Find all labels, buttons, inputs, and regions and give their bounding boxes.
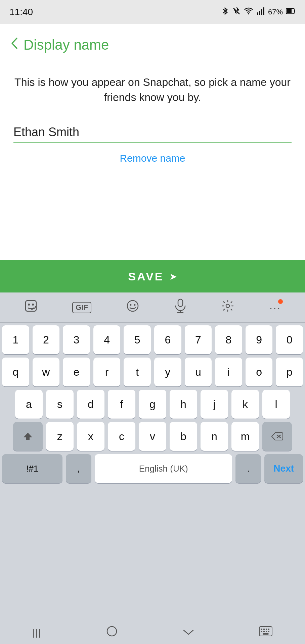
svg-rect-26 xyxy=(266,631,267,632)
name-input[interactable] xyxy=(13,125,292,139)
svg-rect-28 xyxy=(263,633,269,635)
key-5[interactable]: 5 xyxy=(124,325,151,354)
next-key[interactable]: Next xyxy=(264,454,303,483)
key-0[interactable]: 0 xyxy=(276,325,303,354)
svg-rect-2 xyxy=(259,11,260,15)
save-button[interactable]: SAVE ➤ xyxy=(0,260,305,292)
key-b[interactable]: b xyxy=(170,422,197,451)
key-i[interactable]: i xyxy=(215,358,242,386)
svg-point-11 xyxy=(127,301,138,311)
comma-key[interactable]: , xyxy=(66,454,91,483)
svg-rect-24 xyxy=(261,631,262,632)
key-9[interactable]: 9 xyxy=(246,325,273,354)
key-y[interactable]: y xyxy=(154,358,181,386)
key-3[interactable]: 3 xyxy=(63,325,90,354)
asdf-row: a s d f g h j k l xyxy=(2,390,303,419)
key-r[interactable]: r xyxy=(93,358,121,386)
key-o[interactable]: o xyxy=(246,358,273,386)
keyboard-nav-icon[interactable] xyxy=(259,626,273,639)
svg-rect-22 xyxy=(266,629,267,630)
key-2[interactable]: 2 xyxy=(33,325,60,354)
key-v[interactable]: v xyxy=(139,422,166,451)
svg-rect-25 xyxy=(263,631,265,632)
svg-rect-1 xyxy=(257,12,258,15)
mic-icon[interactable] xyxy=(174,299,186,316)
svg-point-10 xyxy=(32,304,34,306)
mute-icon xyxy=(232,6,241,18)
key-f[interactable]: f xyxy=(108,390,135,419)
qwerty-row: q w e r t y u i o p xyxy=(2,358,303,386)
name-input-wrapper xyxy=(13,125,292,143)
key-k[interactable]: k xyxy=(231,390,259,419)
key-p[interactable]: p xyxy=(276,358,303,386)
key-u[interactable]: u xyxy=(185,358,212,386)
key-4[interactable]: 4 xyxy=(93,325,121,354)
cursor-icon: ➤ xyxy=(169,271,177,282)
battery-percent: 67% xyxy=(268,8,283,16)
nav-bar: ||| xyxy=(0,621,305,644)
svg-point-12 xyxy=(130,304,132,306)
key-m[interactable]: m xyxy=(231,422,259,451)
more-icon[interactable]: ··· xyxy=(269,301,281,315)
description-text: This is how you appear on Snapchat, so p… xyxy=(13,75,292,105)
svg-rect-3 xyxy=(261,9,262,15)
wifi-icon xyxy=(244,7,253,17)
home-nav-icon[interactable] xyxy=(106,625,118,640)
svg-rect-4 xyxy=(263,7,264,15)
remove-name-link[interactable]: Remove name xyxy=(13,153,292,164)
back-nav-icon[interactable]: ||| xyxy=(32,627,42,638)
bottom-row: !#1 , English (UK) . Next xyxy=(2,454,303,483)
key-d[interactable]: d xyxy=(77,390,104,419)
key-j[interactable]: j xyxy=(201,390,228,419)
page-header: Display name xyxy=(0,24,305,61)
svg-rect-20 xyxy=(261,629,262,630)
svg-rect-8 xyxy=(26,301,36,311)
main-content: This is how you appear on Snapchat, so p… xyxy=(0,61,305,164)
svg-point-17 xyxy=(226,304,229,308)
sticker-icon[interactable] xyxy=(24,299,38,316)
key-1[interactable]: 1 xyxy=(2,325,29,354)
key-c[interactable]: c xyxy=(108,422,135,451)
key-z[interactable]: z xyxy=(46,422,74,451)
svg-rect-6 xyxy=(294,10,295,12)
shift-key[interactable] xyxy=(13,422,43,451)
key-6[interactable]: 6 xyxy=(154,325,181,354)
signal-bars-icon xyxy=(257,7,265,17)
key-7[interactable]: 7 xyxy=(185,325,212,354)
key-l[interactable]: l xyxy=(262,390,290,419)
svg-rect-18 xyxy=(107,627,117,636)
status-bar: 11:40 xyxy=(0,0,305,24)
key-w[interactable]: w xyxy=(33,358,60,386)
svg-rect-14 xyxy=(178,299,183,307)
key-a[interactable]: a xyxy=(15,390,43,419)
key-x[interactable]: x xyxy=(77,422,104,451)
key-h[interactable]: h xyxy=(170,390,197,419)
backspace-key[interactable] xyxy=(262,422,292,451)
svg-rect-7 xyxy=(287,9,292,13)
key-e[interactable]: e xyxy=(63,358,90,386)
page-title: Display name xyxy=(24,37,109,53)
status-icons: 67% xyxy=(221,6,296,18)
down-nav-icon[interactable] xyxy=(182,627,194,639)
bluetooth-icon xyxy=(221,6,229,18)
symbols-key[interactable]: !#1 xyxy=(2,454,62,483)
key-s[interactable]: s xyxy=(46,390,74,419)
svg-rect-23 xyxy=(268,629,269,630)
key-n[interactable]: n xyxy=(201,422,228,451)
space-key[interactable]: English (UK) xyxy=(95,454,232,483)
emoji-icon[interactable] xyxy=(126,299,139,316)
svg-point-0 xyxy=(248,13,249,14)
key-q[interactable]: q xyxy=(2,358,29,386)
status-time: 11:40 xyxy=(9,7,33,17)
keyboard-toolbar: GIF ··· xyxy=(0,292,305,323)
svg-rect-27 xyxy=(268,631,269,632)
settings-icon[interactable] xyxy=(221,299,234,316)
back-button[interactable] xyxy=(9,36,20,53)
key-g[interactable]: g xyxy=(139,390,166,419)
gif-button[interactable]: GIF xyxy=(72,302,91,313)
number-row: 1 2 3 4 5 6 7 8 9 0 xyxy=(2,325,303,354)
period-key[interactable]: . xyxy=(235,454,261,483)
zxcv-row: z x c v b n m xyxy=(2,422,303,451)
key-8[interactable]: 8 xyxy=(215,325,242,354)
key-t[interactable]: t xyxy=(124,358,151,386)
